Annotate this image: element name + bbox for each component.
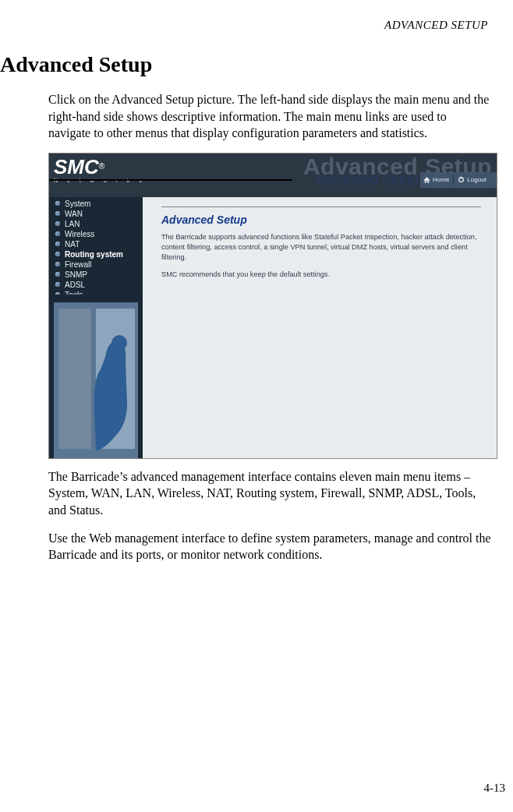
sidebar-item-adsl[interactable]: ADSL: [49, 280, 143, 290]
bullet-icon: [55, 272, 60, 277]
sidebar-item-wireless[interactable]: Wireless: [49, 229, 143, 239]
app-body: System WAN LAN Wireless NAT Routing syst…: [49, 197, 497, 458]
home-link[interactable]: Home: [423, 176, 449, 183]
sidebar-item-label: NAT: [65, 240, 80, 249]
content-title: Advanced Setup: [161, 214, 481, 226]
svg-rect-1: [461, 177, 462, 180]
registered-icon: ®: [99, 161, 104, 170]
bullet-icon: [55, 221, 60, 226]
sidebar-item-label: LAN: [65, 220, 80, 228]
sidebar-item-label: SNMP: [65, 270, 87, 279]
app-header: SMC® N e t w o r k s Advanced Setup Adva…: [49, 154, 497, 197]
bullet-icon: [55, 242, 60, 246]
sidebar-item-nat[interactable]: NAT: [49, 239, 143, 249]
sidebar-item-system[interactable]: System: [49, 199, 143, 209]
page: ADVANCED SETUP Advanced Setup Click on t…: [0, 0, 513, 812]
bullet-icon: [55, 282, 60, 287]
sidebar-item-lan[interactable]: LAN: [49, 219, 143, 229]
home-link-label: Home: [433, 176, 449, 183]
svg-rect-4: [58, 309, 91, 449]
brand-name: SMC: [54, 155, 99, 179]
page-number: 4-13: [484, 782, 506, 795]
screenshot-figure: SMC® N e t w o r k s Advanced Setup Adva…: [48, 153, 497, 459]
sidebar-item-label: System: [65, 199, 90, 208]
top-nav: Home Logout: [420, 172, 497, 188]
svg-point-6: [111, 335, 127, 351]
header-underline: [49, 179, 292, 181]
bullet-icon: [55, 262, 60, 267]
bullet-icon: [55, 211, 60, 216]
sidebar-item-label: WAN: [65, 210, 83, 218]
sidebar-item-firewall[interactable]: Firewall: [49, 259, 143, 270]
bullet-icon: [55, 201, 60, 206]
bullet-icon: [55, 252, 60, 256]
sidebar-item-label: Wireless: [65, 230, 94, 238]
home-icon: [423, 177, 430, 183]
intro-paragraph: Click on the Advanced Setup picture. The…: [48, 91, 491, 142]
content-p1: The Barricade supports advanced function…: [161, 232, 481, 263]
sidebar-item-label: ADSL: [65, 281, 85, 289]
after-paragraph-2: Use the Web management interface to defi…: [48, 530, 491, 563]
bullet-icon: [55, 231, 60, 236]
body-column: Click on the Advanced Setup picture. The…: [0, 91, 496, 563]
content-pane: Advanced Setup The Barricade supports ad…: [143, 197, 497, 458]
header-title: Advanced Setup: [316, 172, 419, 189]
nav-separator: [453, 175, 454, 185]
sidebar-item-label: Routing system: [65, 250, 123, 259]
sidebar-item-snmp[interactable]: SNMP: [49, 270, 143, 280]
running-head: ADVANCED SETUP: [0, 19, 496, 32]
sidebar-illustration: [49, 295, 143, 458]
logout-link[interactable]: Logout: [458, 176, 486, 183]
logout-link-label: Logout: [467, 176, 486, 183]
sidebar: System WAN LAN Wireless NAT Routing syst…: [49, 197, 143, 458]
content-p2: SMC recommends that you keep the default…: [161, 270, 481, 280]
power-icon: [458, 176, 465, 183]
after-paragraph-1: The Barricade’s advanced management inte…: [48, 468, 491, 519]
content-rule: [161, 207, 481, 207]
sidebar-item-routing-system[interactable]: Routing system: [49, 249, 143, 259]
page-title: Advanced Setup: [0, 52, 496, 77]
sidebar-item-label: Firewall: [65, 260, 91, 269]
sidebar-item-wan[interactable]: WAN: [49, 209, 143, 219]
